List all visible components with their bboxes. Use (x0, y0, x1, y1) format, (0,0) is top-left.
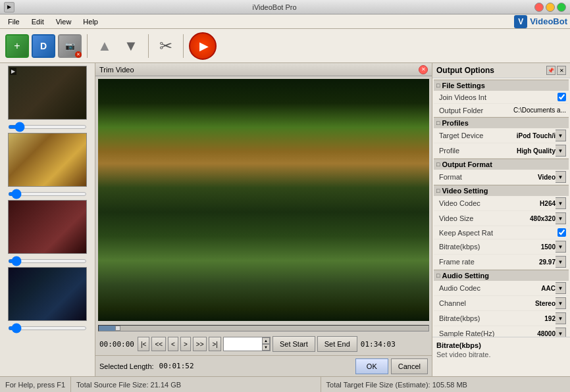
status-source-size: Total Source File Size: 21.14 GB (71, 377, 321, 392)
time-input[interactable]: 00:37:20 (224, 337, 262, 351)
thumbnail-panel: ▶ (0, 63, 95, 376)
audio-codec-arrow[interactable]: ▼ (556, 282, 566, 294)
thumb-slider-1[interactable] (8, 122, 87, 130)
video-size-arrow[interactable]: ▼ (556, 212, 566, 224)
rewind-button[interactable]: < (168, 337, 178, 351)
option-output-folder: Output Folder C:\Documents a... (434, 104, 569, 117)
section-profiles[interactable]: Profiles (434, 117, 569, 128)
trim-dialog-header: Trim Video ✕ (95, 63, 432, 76)
time-spin-controls: ▲ ▼ (262, 337, 270, 351)
option-frame-rate: Frame rate 29.97 ▼ (434, 255, 569, 270)
frame-rate-dropdown-group: 29.97 ▼ (539, 256, 566, 268)
option-channel: Channel Stereo ▼ (434, 296, 569, 311)
maximize-button[interactable] (557, 3, 566, 12)
video-codec-arrow[interactable]: ▼ (556, 197, 566, 209)
set-end-button[interactable]: Set End (317, 336, 357, 352)
forward-button[interactable]: > (180, 337, 191, 351)
video-codec-dropdown-group: H264 ▼ (540, 197, 566, 209)
menu-bar: File Edit View Help V VideoBot (0, 14, 570, 29)
channel-dropdown-group: Stereo ▼ (535, 297, 566, 309)
current-time-display: 00:00:00 (98, 340, 136, 349)
toolbar: + D 📷 ✕ (0, 29, 570, 63)
format-label: Format (439, 173, 538, 181)
menu-view[interactable]: View (51, 16, 77, 27)
target-device-arrow[interactable]: ▼ (556, 130, 566, 141)
channel-label: Channel (439, 299, 535, 307)
output-options-header: Output Options 📌 ✕ (432, 63, 570, 78)
bitrate-value: 1500 (541, 243, 556, 251)
pin-button[interactable]: 📌 (546, 66, 556, 75)
bitrate-dropdown-group: 1500 ▼ (541, 241, 566, 253)
thumb-slider-3[interactable] (8, 257, 87, 264)
section-output-format[interactable]: Output Format (434, 159, 569, 170)
close-output-button[interactable]: ✕ (557, 66, 566, 75)
target-device-dropdown-group: iPod Touch/i ▼ (517, 130, 566, 141)
time-spin-down[interactable]: ▼ (262, 344, 270, 351)
option-format: Format Video ▼ (434, 170, 569, 185)
channel-arrow[interactable]: ▼ (556, 297, 566, 309)
profile-value: High Quality (517, 147, 556, 155)
video-size-label: Video Size (439, 214, 530, 222)
join-videos-checkbox[interactable] (557, 93, 566, 101)
menu-items: File Edit View Help (3, 16, 103, 27)
thumbnail-4[interactable] (8, 267, 87, 321)
option-join-videos: Join Videos Int (434, 91, 569, 104)
keep-aspect-checkbox[interactable] (557, 228, 566, 237)
menu-file[interactable]: File (3, 16, 25, 27)
bottom-controls: Selected Length: 00:01:52 OK Cancel (95, 355, 432, 376)
info-title: Bitrate(kbps) (436, 341, 566, 349)
bitrate-arrow[interactable]: ▼ (556, 241, 566, 253)
menu-edit[interactable]: Edit (26, 16, 49, 27)
go-to-end-button[interactable]: >| (209, 337, 220, 351)
ok-button[interactable]: OK (355, 358, 388, 374)
option-audio-bitrate: Bitrate(kbps) 192 ▼ (434, 311, 569, 326)
toolbar-separator-2 (148, 34, 149, 58)
bitrate-label: Bitrate(kbps) (439, 243, 541, 251)
seek-thumb (115, 326, 120, 331)
section-video-setting[interactable]: Video Setting (434, 185, 569, 196)
profile-arrow[interactable]: ▼ (556, 145, 566, 157)
close-button[interactable] (534, 3, 544, 12)
video-codec-value: H264 (540, 200, 556, 207)
move-up-button[interactable] (93, 34, 117, 58)
go-to-start-button[interactable]: |< (138, 337, 149, 351)
format-arrow[interactable]: ▼ (556, 171, 566, 183)
time-spin-up[interactable]: ▲ (262, 337, 270, 344)
convert-button[interactable]: D (32, 34, 55, 58)
window-icon: ▶ (4, 2, 14, 12)
brand-text: VideoBot (530, 16, 567, 26)
join-videos-label: Join Videos Int (439, 93, 557, 101)
video-size-dropdown-group: 480x320 ▼ (530, 212, 566, 224)
minimize-button[interactable] (546, 3, 555, 12)
seek-bar[interactable] (98, 325, 429, 331)
cancel-button[interactable]: Cancel (391, 358, 428, 374)
trim-close-button[interactable]: ✕ (419, 65, 428, 74)
thumbnail-3[interactable] (8, 200, 87, 254)
thumbnail-1[interactable]: ▶ (8, 66, 87, 120)
frame-rate-value: 29.97 (539, 258, 556, 266)
option-target-device: Target Device iPod Touch/i ▼ (434, 128, 569, 143)
trim-button[interactable] (154, 34, 178, 58)
set-start-button[interactable]: Set Start (272, 336, 315, 352)
rewind-fast-button[interactable]: << (151, 337, 166, 351)
forward-fast-button[interactable]: >> (193, 337, 207, 351)
output-options-title: Output Options (436, 66, 494, 75)
thumb-slider-2[interactable] (8, 189, 87, 197)
thumbnail-2[interactable] (8, 133, 87, 187)
target-device-label: Target Device (439, 132, 517, 139)
thumb-slider-4[interactable] (8, 324, 87, 331)
target-device-value: iPod Touch/i (517, 132, 556, 139)
device-button[interactable]: 📷 ✕ (58, 34, 82, 58)
add-video-button[interactable]: + (5, 34, 29, 58)
move-down-button[interactable] (119, 34, 143, 58)
output-folder-label: Output Folder (439, 107, 513, 114)
section-file-settings[interactable]: File Settings (434, 80, 569, 91)
menu-help[interactable]: Help (78, 16, 103, 27)
section-audio-setting[interactable]: Audio Setting (434, 270, 569, 281)
sample-rate-arrow[interactable]: ▼ (556, 328, 566, 337)
audio-bitrate-arrow[interactable]: ▼ (556, 312, 566, 324)
frame-rate-arrow[interactable]: ▼ (556, 256, 566, 268)
play-button[interactable] (189, 32, 217, 60)
option-video-codec: Video Codec H264 ▼ (434, 196, 569, 211)
video-size-value: 480x320 (530, 215, 556, 222)
